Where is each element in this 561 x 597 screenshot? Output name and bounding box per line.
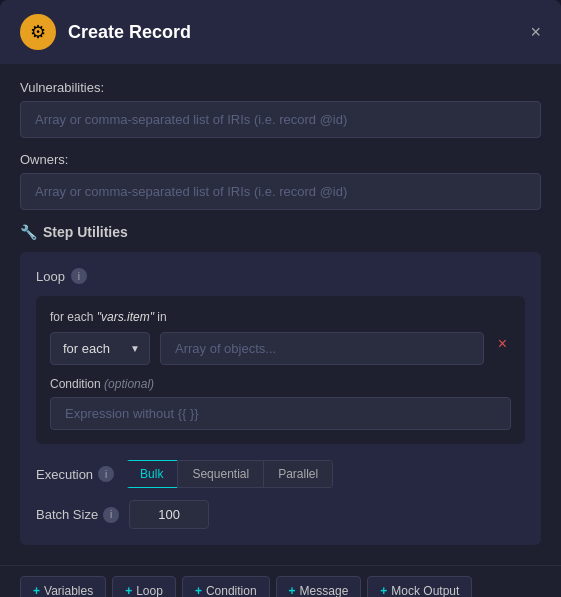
plus-icon: + [289, 584, 296, 597]
add-mock-output-button[interactable]: + Mock Output [367, 576, 472, 597]
add-variables-button[interactable]: + Variables [20, 576, 106, 597]
add-message-button[interactable]: + Message [276, 576, 362, 597]
modal-icon: ⚙ [20, 14, 56, 50]
plus-icon: + [33, 584, 40, 597]
execution-button-group: Bulk Sequential Parallel [126, 460, 333, 488]
close-button[interactable]: × [530, 23, 541, 41]
array-objects-input[interactable] [160, 332, 484, 365]
sequential-button[interactable]: Sequential [177, 460, 264, 488]
loop-label: Loop i [36, 268, 525, 284]
owners-label: Owners: [20, 152, 541, 167]
modal-header: ⚙ Create Record × [0, 0, 561, 64]
loop-type-select[interactable]: for each while [50, 332, 150, 365]
gear-icon: ⚙ [30, 21, 46, 43]
loop-config: for each "vars.item" in for each while ▼… [36, 296, 525, 444]
step-utilities-section: Loop i for each "vars.item" in for each … [20, 252, 541, 545]
vulnerabilities-input[interactable] [20, 101, 541, 138]
for-each-header: for each "vars.item" in [50, 310, 511, 324]
step-utilities-title: 🔧 Step Utilities [20, 224, 541, 240]
batch-info-icon[interactable]: i [103, 507, 119, 523]
modal-title: Create Record [68, 22, 191, 43]
plus-icon: + [195, 584, 202, 597]
parallel-button[interactable]: Parallel [263, 460, 333, 488]
header-left: ⚙ Create Record [20, 14, 191, 50]
vulnerabilities-label: Vulnerabilities: [20, 80, 541, 95]
remove-loop-button[interactable]: × [494, 332, 511, 356]
add-condition-button[interactable]: + Condition [182, 576, 270, 597]
execution-row: Execution i Bulk Sequential Parallel [36, 460, 525, 488]
modal-body: Vulnerabilities: Owners: 🔧 Step Utilitie… [0, 64, 561, 565]
batch-size-input[interactable] [129, 500, 209, 529]
add-loop-button[interactable]: + Loop [112, 576, 176, 597]
for-each-label: for each "vars.item" in [50, 310, 167, 324]
condition-label: Condition (optional) [50, 377, 511, 391]
batch-size-label: Batch Size i [36, 507, 119, 523]
owners-input[interactable] [20, 173, 541, 210]
wrench-icon: 🔧 [20, 224, 37, 240]
batch-size-row: Batch Size i [36, 500, 525, 529]
loop-type-wrapper: for each while ▼ [50, 332, 150, 365]
create-record-modal: ⚙ Create Record × Vulnerabilities: Owner… [0, 0, 561, 597]
plus-icon: + [380, 584, 387, 597]
footer-action-buttons: + Variables + Loop + Condition + Message… [0, 565, 561, 597]
execution-label: Execution i [36, 466, 114, 482]
bulk-button[interactable]: Bulk [126, 460, 178, 488]
loop-row: for each while ▼ × [50, 332, 511, 365]
loop-info-icon[interactable]: i [71, 268, 87, 284]
execution-info-icon[interactable]: i [98, 466, 114, 482]
condition-input[interactable] [50, 397, 511, 430]
plus-icon: + [125, 584, 132, 597]
